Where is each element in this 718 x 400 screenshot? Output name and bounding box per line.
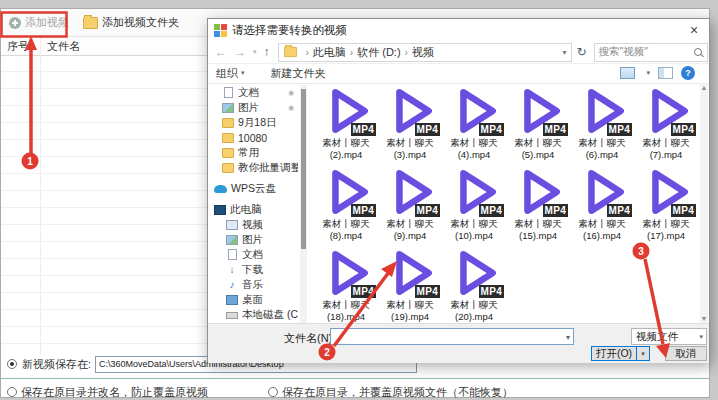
- search-placeholder: 搜索"视频": [599, 45, 648, 59]
- file-label-line1: 素材丨聊天: [315, 299, 377, 311]
- cancel-button[interactable]: 取消: [665, 346, 707, 361]
- mp4-badge: MP4: [351, 123, 376, 136]
- new-folder-button[interactable]: 新建文件夹: [271, 66, 326, 81]
- file-tile[interactable]: MP4素材丨聊天(7).mp4: [635, 85, 697, 161]
- sidebar-item-本地磁盘 (C:)[interactable]: 本地磁盘 (C:): [210, 307, 298, 322]
- crumb-separator: ›: [306, 47, 309, 58]
- desktop-icon: [226, 295, 238, 305]
- file-grid: MP4素材丨聊天(2).mp4MP4素材丨聊天(3).mp4MP4素材丨聊天(4…: [308, 83, 702, 323]
- sidebar-item-文档[interactable]: 文档: [210, 247, 298, 262]
- sidebar-item-wps[interactable]: WPS云盘: [210, 181, 298, 196]
- chevron-down-icon[interactable]: ▾: [646, 69, 650, 77]
- sidebar-item-图片[interactable]: 图片: [210, 232, 298, 247]
- open-button[interactable]: 打开(O): [591, 346, 637, 361]
- sidebar-item-下载[interactable]: ↓下载: [210, 262, 298, 277]
- sidebar-item-文档[interactable]: 文档∗: [210, 85, 298, 100]
- file-label-line2: (20).mp4: [443, 311, 505, 323]
- pin-icon: ∗: [287, 103, 295, 113]
- scroll-up-icon[interactable]: ▲: [700, 84, 708, 91]
- column-filename: 文件名: [47, 39, 80, 54]
- file-tile[interactable]: MP4素材丨聊天(2).mp4: [315, 85, 377, 161]
- add-video-label: 添加视频: [25, 15, 69, 30]
- filename-input[interactable]: ▾: [330, 328, 574, 345]
- mp4-play-icon: MP4: [576, 85, 628, 137]
- sidebar-item-桌面[interactable]: 桌面: [210, 292, 298, 307]
- breadcrumb-drive-d[interactable]: 软件 (D:): [357, 45, 400, 60]
- preview-pane-icon[interactable]: [658, 67, 673, 79]
- sidebar-item-label: 文档: [238, 86, 259, 100]
- scroll-down-icon[interactable]: ▼: [700, 315, 708, 322]
- file-tile[interactable]: MP4素材丨聊天(10).mp4: [443, 166, 505, 242]
- mp4-badge: MP4: [607, 204, 632, 217]
- file-tile[interactable]: MP4素材丨聊天(4).mp4: [443, 85, 505, 161]
- sidebar-item-教你批量调整视频[interactable]: 教你批量调整视频: [210, 160, 298, 175]
- dialog-sidebar: 文档∗图片∗9月18日10080常用教你批量调整视频 WPS云盘 此电脑 视频图…: [210, 85, 298, 323]
- chevron-down-icon[interactable]: ▾: [563, 48, 571, 57]
- view-mode-icon[interactable]: [620, 67, 635, 79]
- sidebar-item-图片[interactable]: 图片∗: [210, 100, 298, 115]
- file-tile[interactable]: MP4素材丨聊天(3).mp4: [379, 85, 441, 161]
- file-label-line1: 素材丨聊天: [379, 299, 441, 311]
- file-tile[interactable]: MP4素材丨聊天(15).mp4: [507, 166, 569, 242]
- add-video-button[interactable]: 添加视频: [5, 13, 73, 32]
- sidebar-item-label: 本地磁盘 (C:): [242, 308, 298, 322]
- sidebar-item-9月18日[interactable]: 9月18日: [210, 115, 298, 130]
- sidebar-item-label: 此电脑: [230, 203, 262, 217]
- sidebar-item-10080[interactable]: 10080: [210, 130, 298, 145]
- scrollbar-thumb[interactable]: [301, 89, 306, 249]
- rename-option-radio[interactable]: [7, 387, 17, 397]
- sidebar-scrollbar[interactable]: [300, 85, 307, 323]
- sidebar-item-常用[interactable]: 常用: [210, 145, 298, 160]
- file-tile[interactable]: MP4素材丨聊天(5).mp4: [507, 85, 569, 161]
- file-type-select[interactable]: 视频文件 ▾: [631, 328, 707, 345]
- organize-button[interactable]: 组织: [216, 66, 238, 81]
- help-icon[interactable]: ?: [681, 66, 695, 80]
- file-grid-scrollbar[interactable]: ▲ ▼: [700, 83, 708, 323]
- add-video-folder-button[interactable]: 添加视频文件夹: [79, 13, 183, 32]
- breadcrumb[interactable]: › 此电脑 › 软件 (D:) › 视频 ▾: [278, 43, 572, 62]
- file-open-dialog: 请选择需要转换的视频 × ← → ▾ ↑ › 此电脑 › 软件 (D:) › 视…: [207, 18, 710, 362]
- file-tile[interactable]: MP4素材丨聊天(9).mp4: [379, 166, 441, 242]
- close-icon[interactable]: ×: [679, 19, 709, 41]
- mp4-badge: MP4: [415, 123, 440, 136]
- filename-label: 文件名(N):: [284, 331, 335, 346]
- dialog-titlebar[interactable]: 请选择需要转换的视频 ×: [208, 19, 709, 41]
- open-split-dropdown[interactable]: ▾: [636, 346, 650, 361]
- overwrite-option-radio[interactable]: [268, 387, 278, 397]
- sidebar-item-视频[interactable]: 视频: [210, 217, 298, 232]
- up-icon[interactable]: ↑: [264, 45, 270, 59]
- folder-icon: [83, 17, 98, 29]
- file-tile[interactable]: MP4素材丨聊天(16).mp4: [571, 166, 633, 242]
- file-tile[interactable]: MP4素材丨聊天(17).mp4: [635, 166, 697, 242]
- save-options-row: 保存在原目录并改名，防止覆盖原视频 保存在原目录，并覆盖原视频文件（不能恢复）: [1, 383, 709, 400]
- breadcrumb-videos[interactable]: 视频: [412, 45, 434, 60]
- file-tile[interactable]: MP4素材丨聊天(19).mp4: [379, 247, 441, 323]
- file-label-line2: (15).mp4: [507, 230, 569, 242]
- file-tile[interactable]: MP4素材丨聊天(20).mp4: [443, 247, 505, 323]
- back-icon[interactable]: ←: [215, 45, 227, 59]
- file-label-line2: (16).mp4: [571, 230, 633, 242]
- mp4-badge: MP4: [607, 123, 632, 136]
- sidebar-item-label: 音乐: [242, 278, 263, 292]
- mp4-badge: MP4: [351, 285, 376, 298]
- breadcrumb-this-pc[interactable]: 此电脑: [313, 45, 346, 60]
- crumb-separator: ›: [350, 47, 353, 58]
- file-tile[interactable]: MP4素材丨聊天(8).mp4: [315, 166, 377, 242]
- history-dropdown-icon[interactable]: ▾: [253, 48, 257, 56]
- cloud-icon: [214, 185, 227, 193]
- chevron-down-icon[interactable]: ▾: [566, 333, 570, 342]
- refresh-icon[interactable]: ↻: [577, 45, 587, 59]
- file-label-line2: (8).mp4: [315, 230, 377, 242]
- file-tile[interactable]: MP4素材丨聊天(6).mp4: [571, 85, 633, 161]
- mp4-badge: MP4: [479, 123, 504, 136]
- save-to-radio[interactable]: [7, 359, 17, 369]
- sidebar-item-label: 图片: [238, 101, 259, 115]
- divider: [1, 378, 709, 379]
- sidebar-item-音乐[interactable]: ♪音乐: [210, 277, 298, 292]
- forward-icon[interactable]: →: [234, 45, 246, 59]
- search-icon: [694, 48, 702, 56]
- file-tile[interactable]: MP4素材丨聊天(18).mp4: [315, 247, 377, 323]
- search-box[interactable]: 搜索"视频": [594, 43, 708, 62]
- add-icon: [9, 17, 21, 29]
- sidebar-item-this-pc[interactable]: 此电脑: [210, 202, 298, 217]
